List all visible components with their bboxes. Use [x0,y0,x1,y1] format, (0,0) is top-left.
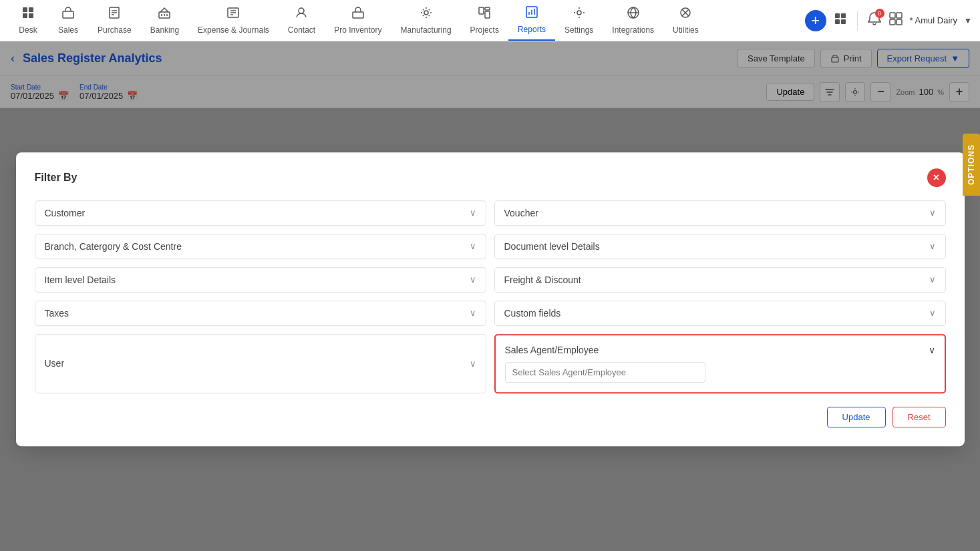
sales-agent-input[interactable] [505,362,705,383]
modal-footer: Update Reset [35,407,946,427]
filter-item-level[interactable]: Item level Details ∨ [35,267,486,293]
nav-right-actions: + 0 * Amul Dairy ▼ [805,10,972,31]
modal-title: Filter By [35,172,77,184]
sales-agent-section: Sales Agent/Employee ∨ [494,334,946,393]
nav-item-contact[interactable]: Contact [279,1,325,40]
nav-item-integrations[interactable]: Integrations [603,1,663,40]
filter-freight[interactable]: Freight & Discount ∨ [494,267,946,293]
filter-user[interactable]: User ∨ [35,334,486,393]
filter-freight-label: Freight & Discount [504,274,581,285]
company-name[interactable]: * Amul Dairy [910,15,958,25]
filter-voucher-label: Voucher [504,208,538,218]
svg-rect-20 [479,7,484,14]
chevron-down-icon[interactable]: ▼ [964,16,972,25]
filter-user-label: User [45,358,65,369]
nav-item-purchase[interactable]: Purchase [88,1,141,40]
settings-icon [573,6,586,23]
grid-view-button[interactable] [888,11,903,29]
modal-update-button[interactable]: Update [827,407,886,427]
nav-item-expense[interactable]: Expense & Journals [188,1,279,40]
purchase-icon [108,6,121,23]
chevron-down-icon: ∨ [929,208,936,218]
nav-label-manufacturing: Manufacturing [401,25,452,35]
nav-label-banking: Banking [150,25,179,35]
svg-rect-2 [23,13,27,18]
modal-reset-button[interactable]: Reset [892,407,946,427]
add-button[interactable]: + [805,10,826,31]
integrations-icon [627,6,640,23]
filter-modal: Filter By × Customer ∨ Voucher ∨ Branch,… [16,152,965,446]
notification-button[interactable]: 0 [867,11,882,29]
contact-icon [295,6,308,23]
chevron-down-icon: ∨ [929,274,936,285]
top-navigation: Desk Sales Purchase Banking Expense & Jo… [0,0,980,41]
svg-rect-31 [841,13,846,18]
nav-label-reports: Reports [518,25,546,34]
nav-label-integrations: Integrations [612,25,654,35]
svg-rect-21 [485,11,490,18]
svg-rect-36 [890,19,895,25]
svg-rect-4 [63,11,73,18]
chevron-down-icon: ∨ [470,208,476,218]
sales-icon [61,6,75,23]
modal-header: Filter By × [35,168,946,187]
utilities-icon [679,6,692,23]
filter-voucher[interactable]: Voucher ∨ [494,200,946,226]
nav-label-sales: Sales [58,25,78,35]
nav-item-projects[interactable]: Projects [461,1,508,40]
filter-document-level[interactable]: Document level Details ∨ [494,234,946,259]
filter-customer-label: Customer [45,208,86,218]
projects-icon [478,6,491,23]
pro-inventory-icon [351,6,365,23]
nav-label-projects: Projects [470,25,499,35]
filter-custom-fields-label: Custom fields [504,308,561,319]
filter-branch-label: Branch, Catergory & Cost Centre [45,241,182,252]
filter-item-label: Item level Details [45,274,116,285]
expense-icon [226,6,240,23]
nav-label-settings: Settings [564,25,593,35]
filter-document-label: Document level Details [504,241,600,252]
nav-item-pro-inventory[interactable]: Pro Inventory [325,1,391,40]
chevron-down-icon: ∨ [929,345,935,355]
options-tab[interactable]: OPTIONS [963,134,980,196]
filter-customer[interactable]: Customer ∨ [35,200,486,226]
chevron-down-icon: ∨ [470,241,476,251]
nav-item-utilities[interactable]: Utilities [663,1,708,40]
nav-label-contact: Contact [288,25,315,35]
nav-item-settings[interactable]: Settings [555,1,603,40]
filter-branch[interactable]: Branch, Catergory & Cost Centre ∨ [35,234,486,259]
svg-point-17 [299,8,304,13]
nav-label-pro-inventory: Pro Inventory [334,25,381,35]
nav-item-manufacturing[interactable]: Manufacturing [391,1,461,40]
nav-items-list: Desk Sales Purchase Banking Expense & Jo… [8,0,805,41]
chevron-down-icon: ∨ [470,274,476,285]
svg-point-19 [424,11,428,15]
nav-label-expense: Expense & Journals [198,25,269,35]
modal-close-button[interactable]: × [927,168,946,187]
svg-rect-32 [835,19,840,24]
filter-grid: Customer ∨ Voucher ∨ Branch, Catergory &… [35,200,946,393]
chevron-down-icon: ∨ [470,359,476,369]
manufacturing-icon [420,6,433,23]
filter-taxes[interactable]: Taxes ∨ [35,301,486,326]
svg-rect-3 [29,13,33,18]
nav-label-purchase: Purchase [98,25,132,35]
svg-point-27 [577,11,581,15]
sales-agent-label: Sales Agent/Employee [505,345,599,355]
nav-item-desk[interactable]: Desk [8,1,48,40]
chevron-down-icon: ∨ [929,241,936,251]
svg-rect-33 [841,19,846,24]
nav-label-utilities: Utilities [673,25,699,35]
nav-item-sales[interactable]: Sales [48,1,88,40]
filter-taxes-label: Taxes [45,308,69,319]
svg-rect-30 [835,13,840,18]
filter-custom-fields[interactable]: Custom fields ∨ [494,301,946,326]
svg-rect-22 [485,7,490,10]
svg-rect-18 [353,12,363,18]
chevron-down-icon: ∨ [929,308,936,318]
nav-action-button[interactable] [833,11,848,29]
svg-rect-35 [896,13,902,18]
nav-item-banking[interactable]: Banking [141,1,188,40]
nav-item-reports[interactable]: Reports [508,0,555,41]
chevron-down-icon: ∨ [470,308,476,318]
